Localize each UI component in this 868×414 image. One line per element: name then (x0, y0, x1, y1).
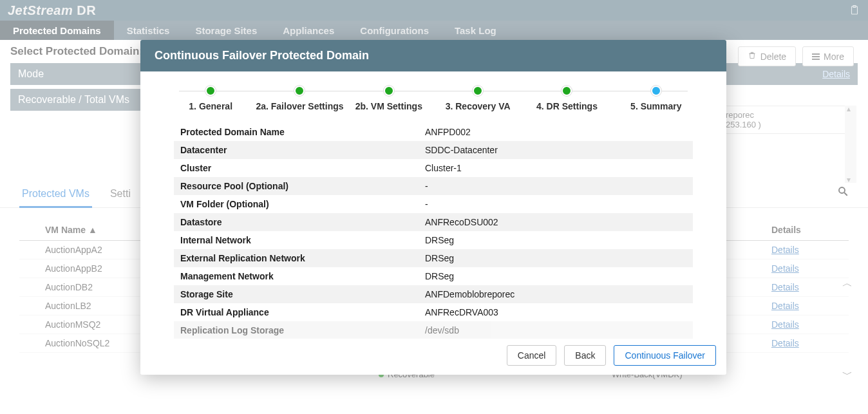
step-failover-settings[interactable]: 2a. Failover Settings (255, 86, 344, 111)
summary-row: Resource Pool (Optional)- (174, 177, 693, 195)
modal-title: Continuous Failover Protected Domain (140, 40, 726, 71)
failover-modal: Continuous Failover Protected Domain 1. … (140, 40, 726, 375)
summary-row: Internal NetworkDRSeg (174, 231, 693, 249)
back-button[interactable]: Back (564, 345, 606, 366)
step-dot-icon (561, 86, 572, 96)
summary-row: Management NetworkDRSeg (174, 267, 693, 285)
step-dot-icon (294, 86, 305, 96)
continuous-failover-button[interactable]: Continuous Failover (614, 345, 716, 366)
step-dot-icon (384, 86, 394, 96)
modal-footer: Cancel Back Continuous Failover (140, 339, 726, 375)
summary-row: DatastoreANFRecoDSU002 (174, 213, 693, 231)
summary-row: ClusterCluster-1 (174, 159, 693, 177)
step-vm-settings[interactable]: 2b. VM Settings (344, 86, 433, 111)
summary-row: External Replication NetworkDRSeg (174, 249, 693, 267)
summary-row: DatacenterSDDC-Datacenter (174, 141, 693, 159)
summary-row: VM Folder (Optional)- (174, 195, 693, 213)
stepper: 1. General 2a. Failover Settings 2b. VM … (140, 71, 726, 118)
step-general[interactable]: 1. General (166, 86, 255, 111)
summary-row: Protected Domain NameANFPD002 (174, 123, 693, 141)
modal-body: ︿ Protected Domain NameANFPD002 Datacent… (140, 118, 726, 339)
step-dot-icon (205, 86, 216, 96)
step-recovery-va[interactable]: 3. Recovery VA (433, 86, 522, 111)
step-dr-settings[interactable]: 4. DR Settings (522, 86, 611, 111)
step-dot-icon (651, 86, 661, 96)
summary-row: Replication Log Storage/dev/sdb (174, 321, 693, 339)
step-dot-icon (473, 86, 483, 96)
summary-row: Storage SiteANFDemoblobreporec (174, 285, 693, 303)
step-summary[interactable]: 5. Summary (612, 86, 701, 111)
cancel-button[interactable]: Cancel (507, 345, 557, 366)
summary-row: DR Virtual ApplianceANFRecDRVA003 (174, 303, 693, 321)
